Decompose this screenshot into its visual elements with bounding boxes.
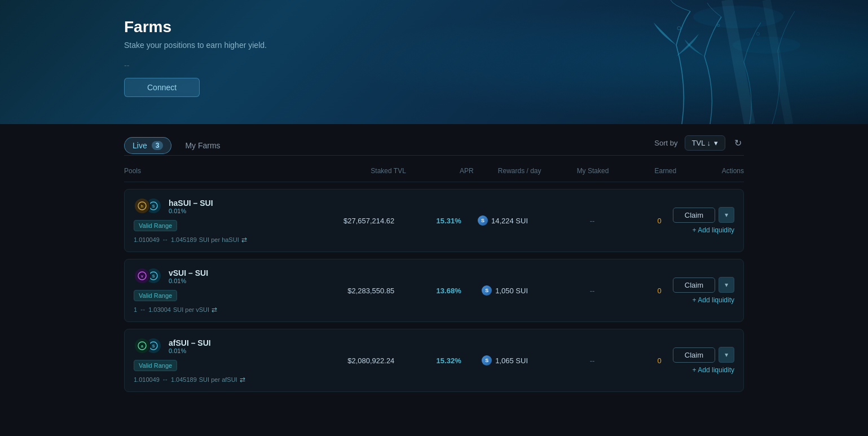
col-staked-tvl: Staked TVL bbox=[338, 167, 406, 175]
apr-value: 13.68% bbox=[406, 287, 472, 295]
farm-fee: 0.01% bbox=[169, 208, 213, 214]
range-to: 1.045189 bbox=[171, 376, 197, 383]
claim-button[interactable]: Claim bbox=[673, 278, 715, 293]
chevron-down-icon: ▾ bbox=[725, 281, 728, 289]
col-earned: Earned bbox=[609, 167, 676, 175]
actions-cell: Claim ▾ + Add liquidity bbox=[673, 207, 743, 234]
farm-info: v S vSUI – SUI 0.01% bbox=[125, 267, 339, 314]
farms-list: h S haSUI – SUI 0.01% bbox=[124, 189, 744, 392]
farm-dropdown-button[interactable]: ▾ bbox=[719, 277, 734, 293]
farm-row-main: h S haSUI – SUI 0.01% bbox=[125, 190, 743, 252]
add-liquidity-link[interactable]: + Add liquidity bbox=[693, 226, 734, 234]
chevron-down-icon: ▾ bbox=[725, 211, 728, 219]
chevron-down-icon: ▾ bbox=[725, 351, 728, 359]
range-from: 1 bbox=[134, 306, 137, 313]
svg-text:v: v bbox=[141, 274, 143, 278]
farm-dropdown-button[interactable]: ▾ bbox=[719, 207, 734, 223]
farm-row-hasui-sui: h S haSUI – SUI 0.01% bbox=[124, 189, 744, 252]
farm-fee: 0.01% bbox=[169, 278, 208, 284]
staked-tvl-value: $27,657,214.62 bbox=[339, 217, 406, 225]
farm-fee: 0.01% bbox=[169, 347, 211, 354]
col-actions: Actions bbox=[676, 167, 744, 175]
token-icon-1: a bbox=[134, 337, 151, 354]
valid-range-label: Valid Range bbox=[139, 362, 172, 369]
range-values: 1.010049 ↔ 1.045189 SUI per afSUI ⇄ bbox=[134, 376, 330, 384]
farm-name: afSUI – SUI bbox=[169, 338, 211, 347]
range-from: 1.010049 bbox=[134, 376, 160, 383]
apr-value: 15.32% bbox=[406, 356, 472, 365]
earned-value: 0 bbox=[606, 217, 672, 225]
sort-value: TVL ↓ bbox=[692, 139, 711, 147]
main-content: Live 3 My Farms Sort by TVL ↓ ▾ ↻ Pools … bbox=[0, 124, 868, 392]
table-header: Pools Staked TVL APR Rewards / day My St… bbox=[124, 160, 744, 182]
range-unit: SUI per afSUI bbox=[199, 376, 237, 383]
range-to: 1.045189 bbox=[171, 236, 197, 243]
my-staked-value: -- bbox=[539, 287, 606, 295]
tab-live[interactable]: Live 3 bbox=[124, 137, 171, 154]
farm-name-row: v S vSUI – SUI 0.01% bbox=[134, 267, 330, 285]
live-count-badge: 3 bbox=[152, 141, 164, 150]
svg-text:a: a bbox=[141, 344, 143, 348]
actions-cell: Claim ▾ + Add liquidity bbox=[673, 347, 743, 374]
claim-row: Claim ▾ bbox=[673, 207, 734, 223]
valid-range-label: Valid Range bbox=[139, 222, 172, 229]
refresh-button[interactable]: ↻ bbox=[732, 135, 744, 151]
range-values: 1 ↔ 1.03004 SUI per vSUI ⇄ bbox=[134, 306, 330, 314]
rewards-amount: 14,224 SUI bbox=[491, 217, 528, 225]
hero-content: Farms Stake your positions to earn highe… bbox=[0, 0, 868, 97]
farm-row-vsui-sui: v S vSUI – SUI 0.01% bbox=[124, 259, 744, 322]
range-unit: SUI per vSUI bbox=[173, 306, 209, 313]
page-title: Farms bbox=[124, 18, 868, 36]
connect-button[interactable]: Connect bbox=[124, 78, 200, 97]
farm-name: vSUI – SUI bbox=[169, 268, 208, 278]
token-icon-1: v bbox=[134, 267, 151, 284]
add-liquidity-link[interactable]: + Add liquidity bbox=[693, 366, 734, 374]
staked-tvl-value: $2,283,550.85 bbox=[339, 287, 406, 295]
sui-reward-icon: S bbox=[478, 215, 488, 226]
tab-my-farms[interactable]: My Farms bbox=[185, 138, 220, 153]
farm-name: haSUI – SUI bbox=[169, 199, 213, 208]
rewards-cell: S 1,050 SUI bbox=[473, 285, 539, 296]
rewards-amount: 1,065 SUI bbox=[495, 356, 528, 365]
actions-cell: Claim ▾ + Add liquidity bbox=[673, 277, 743, 304]
hero-dash: -- bbox=[124, 61, 868, 70]
svg-text:h: h bbox=[141, 204, 143, 208]
claim-button[interactable]: Claim bbox=[673, 208, 715, 223]
tabs-left: Live 3 My Farms bbox=[124, 137, 221, 154]
col-rewards-day: Rewards / day bbox=[474, 167, 541, 175]
svg-text:S: S bbox=[152, 274, 155, 278]
farm-dropdown-button[interactable]: ▾ bbox=[719, 347, 734, 363]
farm-row-afsui-sui: a S afSUI – SUI 0.01% bbox=[124, 329, 744, 392]
token-icons: h S bbox=[134, 197, 163, 215]
swap-icon: ⇄ bbox=[212, 306, 217, 314]
range-values: 1.010049 ↔ 1.045189 SUI per haSUI ⇄ bbox=[134, 236, 330, 244]
claim-button[interactable]: Claim bbox=[673, 347, 715, 363]
range-arrow-icon: ↔ bbox=[162, 376, 169, 384]
my-staked-value: -- bbox=[539, 217, 606, 225]
col-pools: Pools bbox=[124, 167, 338, 175]
farm-name-row: h S haSUI – SUI 0.01% bbox=[134, 197, 330, 215]
earned-value: 0 bbox=[606, 356, 672, 365]
farm-info: a S afSUI – SUI 0.01% bbox=[125, 337, 339, 384]
farm-info: h S haSUI – SUI 0.01% bbox=[125, 197, 339, 244]
rewards-cell: S 1,065 SUI bbox=[473, 355, 539, 365]
col-my-staked: My Staked bbox=[541, 167, 609, 175]
my-staked-value: -- bbox=[539, 356, 606, 365]
token-icons: v S bbox=[134, 267, 163, 285]
sort-dropdown[interactable]: TVL ↓ ▾ bbox=[685, 135, 725, 151]
swap-icon: ⇄ bbox=[240, 376, 245, 384]
chevron-down-icon: ▾ bbox=[714, 139, 718, 147]
sui-reward-icon: S bbox=[482, 285, 492, 296]
farm-name-group: vSUI – SUI 0.01% bbox=[169, 268, 208, 284]
tabs-bar: Live 3 My Farms Sort by TVL ↓ ▾ ↻ bbox=[124, 124, 744, 156]
range-arrow-icon: ↔ bbox=[162, 236, 169, 244]
range-to: 1.03004 bbox=[148, 306, 171, 313]
farm-name-row: a S afSUI – SUI 0.01% bbox=[134, 337, 330, 355]
add-liquidity-link[interactable]: + Add liquidity bbox=[693, 296, 734, 304]
valid-range-badge: Valid Range bbox=[134, 220, 177, 231]
claim-row: Claim ▾ bbox=[673, 277, 734, 293]
token-icon-1: h bbox=[134, 197, 151, 214]
staked-tvl-value: $2,080,922.24 bbox=[339, 356, 406, 365]
valid-range-label: Valid Range bbox=[139, 292, 172, 299]
hero-section: Farms Stake your positions to earn highe… bbox=[0, 0, 868, 124]
